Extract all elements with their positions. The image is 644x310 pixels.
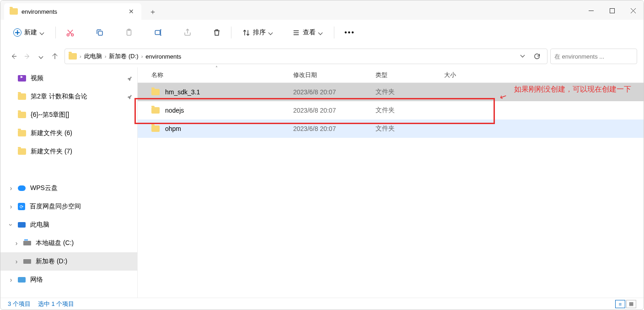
sidebar-item-disk-d[interactable]: › 新加卷 (D:) [0, 252, 137, 271]
pin-icon [127, 94, 133, 100]
network-icon [18, 277, 26, 283]
sidebar-label: 此电脑 [30, 221, 49, 229]
sidebar-label: 新建文件夹 (6) [31, 129, 72, 137]
separator [55, 27, 56, 38]
refresh-button[interactable] [533, 53, 541, 60]
chevron-right-icon[interactable]: › [13, 240, 20, 246]
delete-button[interactable] [209, 26, 225, 39]
copy-button[interactable] [92, 26, 107, 39]
details-view-button[interactable]: ≡ [615, 300, 625, 308]
forward-button[interactable] [21, 49, 34, 63]
tab-active[interactable]: environments ✕ [4, 3, 141, 20]
chevron-right-icon[interactable]: › [8, 277, 14, 283]
paste-button[interactable] [121, 26, 137, 39]
maximize-button[interactable] [601, 1, 623, 20]
file-date: 2023/6/8 20:07 [293, 107, 376, 114]
sidebar-label: WPS云盘 [30, 184, 58, 192]
address-bar[interactable]: › 此电脑 › 新加卷 (D:) › environments [64, 49, 547, 64]
plus-circle-icon [13, 28, 21, 37]
svg-rect-1 [610, 8, 614, 13]
folder-icon [151, 107, 160, 114]
disk-icon [23, 259, 31, 264]
folder-icon [151, 125, 160, 132]
sidebar-label: 百度网盘同步空间 [30, 202, 81, 211]
close-window-button[interactable] [623, 1, 644, 20]
close-icon[interactable]: ✕ [127, 7, 136, 16]
status-selected: 选中 1 个项目 [38, 300, 74, 308]
file-type: 文件夹 [376, 88, 444, 96]
status-bar: 3 个项目 选中 1 个项目 ≡ ▦ [0, 298, 644, 310]
folder-icon [18, 148, 26, 155]
sort-label: 排序 [253, 28, 266, 37]
column-headers: 名称 ˄ 修改日期 类型 大小 [138, 67, 644, 83]
sidebar-item-network[interactable]: › 网络 [0, 271, 137, 289]
file-row[interactable]: ohpm 2023/6/8 20:07 文件夹 [138, 120, 644, 138]
chevron-down-icon [318, 30, 323, 35]
up-button[interactable] [48, 49, 62, 63]
file-name: ohpm [165, 125, 181, 132]
breadcrumb[interactable]: 新加卷 (D:) [109, 52, 138, 60]
view-toggles: ≡ ▦ [615, 300, 636, 308]
view-label: 查看 [303, 28, 316, 37]
video-icon [18, 75, 26, 82]
breadcrumb[interactable]: environments [145, 53, 181, 60]
chevron-down-icon[interactable]: › [8, 222, 14, 228]
back-button[interactable] [7, 49, 21, 63]
file-type: 文件夹 [376, 106, 444, 114]
new-tab-button[interactable]: ＋ [145, 4, 161, 20]
content-pane[interactable]: 名称 ˄ 修改日期 类型 大小 hm_sdk_3.1 2023/6/8 20:0… [138, 67, 644, 298]
chevron-right-icon[interactable]: › [13, 258, 20, 265]
sidebar-label: 第2章 计数和集合论 [31, 92, 87, 101]
svg-rect-0 [589, 11, 594, 11]
sidebar-item-folder[interactable]: {6}--第5章图[] [0, 106, 137, 124]
chevron-right-icon: › [80, 54, 81, 59]
new-button[interactable]: 新建 [9, 26, 49, 39]
column-type[interactable]: 类型 [376, 71, 444, 79]
sidebar-label: 本地磁盘 (C:) [36, 239, 74, 247]
window: environments ✕ ＋ 新建 [0, 0, 644, 310]
cloud-icon [18, 185, 26, 191]
nav-arrows [7, 49, 62, 63]
folder-icon [18, 93, 26, 100]
sidebar-label: 新建文件夹 (7) [31, 147, 72, 156]
chevron-down-icon[interactable] [521, 53, 525, 57]
file-date: 2023/6/8 20:07 [293, 88, 376, 96]
chevron-right-icon[interactable]: › [8, 185, 14, 191]
file-row[interactable]: hm_sdk_3.1 2023/6/8 20:07 文件夹 [138, 83, 644, 101]
rename-button[interactable] [150, 26, 166, 39]
search-input[interactable] [554, 53, 631, 60]
sidebar-item-baidu[interactable]: › ⟳ 百度网盘同步空间 [0, 197, 137, 216]
file-row[interactable]: nodejs 2023/6/8 20:07 文件夹 [138, 101, 644, 120]
sort-button[interactable]: 排序 [238, 26, 278, 39]
sidebar[interactable]: 视频 第2章 计数和集合论 {6}--第5章图[] 新建文件夹 (6) [0, 67, 138, 298]
sidebar-item-disk-c[interactable]: › 本地磁盘 (C:) [0, 234, 137, 252]
chevron-right-icon: › [105, 54, 107, 59]
sidebar-item-folder[interactable]: 新建文件夹 (6) [0, 124, 137, 142]
icons-view-button[interactable]: ▦ [626, 300, 636, 308]
sidebar-item-wps[interactable]: › WPS云盘 [0, 179, 137, 197]
sidebar-item-videos[interactable]: 视频 [0, 69, 137, 87]
minimize-button[interactable] [580, 1, 601, 20]
history-dropdown[interactable] [34, 49, 48, 63]
chevron-right-icon[interactable]: › [8, 203, 14, 210]
svg-point-2 [67, 33, 69, 36]
sidebar-label: 网络 [30, 276, 43, 284]
sidebar-item-folder[interactable]: 第2章 计数和集合论 [0, 87, 137, 106]
file-list: hm_sdk_3.1 2023/6/8 20:07 文件夹 nodejs 202… [138, 83, 644, 138]
sidebar-item-thispc[interactable]: › 此电脑 [0, 216, 137, 234]
view-button[interactable]: 查看 [288, 26, 327, 39]
breadcrumb[interactable]: 此电脑 [84, 52, 102, 60]
file-name: hm_sdk_3.1 [165, 88, 200, 96]
column-size[interactable]: 大小 [444, 71, 490, 79]
share-button[interactable] [180, 26, 195, 39]
sidebar-item-folder[interactable]: 新建文件夹 (7) [0, 142, 137, 161]
tab-title: environments [21, 8, 127, 15]
column-name[interactable]: 名称 ˄ [151, 71, 293, 79]
pc-icon [18, 222, 26, 228]
main: 视频 第2章 计数和集合论 {6}--第5章图[] 新建文件夹 (6) [0, 67, 644, 298]
column-date[interactable]: 修改日期 [293, 71, 376, 79]
search-box[interactable] [550, 49, 637, 64]
more-button[interactable]: ••• [341, 26, 359, 39]
folder-icon [151, 89, 160, 95]
cut-button[interactable] [62, 26, 78, 40]
